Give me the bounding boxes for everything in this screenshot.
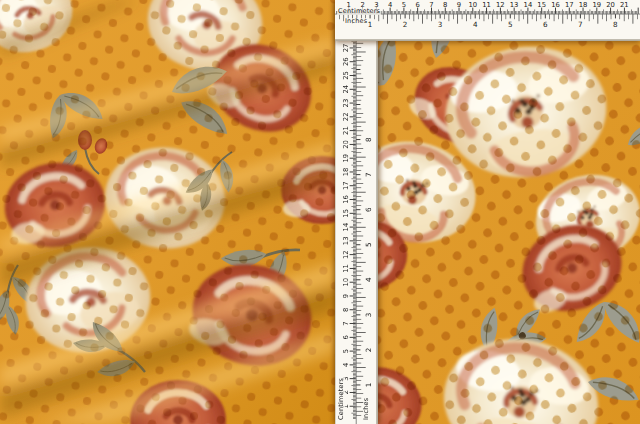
v-ruler-inch-number: 2	[364, 348, 373, 353]
vertical-ruler: Centimeters Inches 123456789101112131415…	[335, 0, 378, 424]
v-ruler-inch-number: 4	[364, 277, 373, 282]
v-ruler-inch-number: 7	[364, 172, 373, 177]
h-ruler-inch-number: 1	[368, 20, 373, 29]
v-ruler-cm-number: 13	[342, 237, 350, 246]
v-ruler-cm-number: 25	[342, 71, 350, 80]
v-ruler-inch-number: 3	[364, 313, 373, 318]
v-ruler-inch-number: 1	[364, 383, 373, 388]
h-ruler-inch-number: 8	[613, 20, 618, 29]
v-ruler-inch-number: 6	[364, 207, 373, 212]
v-ruler-cm-number: 20	[342, 140, 350, 149]
fabric-photo-flat	[336, 0, 640, 424]
horizontal-ruler-inches-label: Inches	[344, 18, 368, 25]
v-ruler-cm-number: 23	[342, 99, 350, 108]
v-ruler-cm-number: 9	[342, 294, 350, 298]
h-ruler-cm-number: 21	[620, 1, 629, 9]
v-ruler-cm-number: 15	[342, 209, 350, 218]
h-ruler-cm-number: 13	[510, 1, 519, 9]
draped-fabric-art	[0, 0, 336, 424]
h-ruler-cm-number: 9	[457, 1, 461, 9]
horizontal-ruler: Centimeters Inches 123456789101112131415…	[335, 0, 640, 41]
h-ruler-inch-number: 7	[578, 20, 583, 29]
h-ruler-cm-number: 19	[592, 1, 601, 9]
v-ruler-cm-number: 14	[342, 223, 350, 232]
horizontal-ruler-centimeters-label: Centimeters	[337, 8, 381, 15]
v-ruler-cm-number: 26	[342, 57, 350, 66]
vertical-ruler-scale: 1234567891011121314151617181920212223242…	[335, 0, 378, 424]
v-ruler-cm-number: 24	[342, 85, 350, 94]
v-ruler-cm-number: 21	[342, 126, 350, 135]
v-ruler-cm-number: 19	[342, 154, 350, 163]
v-ruler-cm-number: 22	[342, 113, 350, 122]
h-ruler-cm-number: 20	[606, 1, 615, 9]
h-ruler-inch-number: 4	[473, 20, 478, 29]
v-ruler-cm-number: 10	[342, 278, 350, 287]
v-ruler-cm-number: 4	[342, 363, 350, 367]
h-ruler-cm-number: 5	[402, 1, 406, 9]
v-ruler-inch-number: 5	[364, 242, 373, 247]
v-ruler-cm-number: 8	[342, 308, 350, 312]
v-ruler-cm-number: 7	[342, 321, 350, 325]
h-ruler-inch-number: 3	[438, 20, 443, 29]
v-ruler-cm-number: 16	[342, 195, 350, 204]
h-ruler-cm-number: 15	[537, 1, 546, 9]
v-ruler-inch-number: 8	[364, 137, 373, 142]
v-ruler-cm-number: 6	[342, 335, 350, 339]
v-ruler-cm-number: 17	[342, 181, 350, 190]
h-ruler-inch-number: 5	[508, 20, 513, 29]
h-ruler-inch-number: 2	[403, 20, 408, 29]
v-ruler-cm-number: 27	[342, 44, 350, 53]
h-ruler-cm-number: 7	[429, 1, 433, 9]
h-ruler-inch-number: 6	[543, 20, 548, 29]
v-ruler-cm-number: 5	[342, 349, 350, 353]
h-ruler-cm-number: 6	[416, 1, 420, 9]
fabric-photo-draped	[0, 0, 336, 424]
h-ruler-cm-number: 18	[579, 1, 588, 9]
fabric-listing-photo: Centimeters Inches 123456789101112131415…	[0, 0, 640, 424]
h-ruler-cm-number: 10	[468, 1, 477, 9]
v-ruler-cm-number: 12	[342, 250, 350, 259]
h-ruler-cm-number: 17	[565, 1, 574, 9]
h-ruler-cm-number: 16	[551, 1, 560, 9]
h-ruler-cm-number: 8	[443, 1, 447, 9]
horizontal-ruler-scale: 1234567891011121314151617181920211234567…	[335, 0, 640, 41]
v-ruler-cm-number: 18	[342, 168, 350, 177]
v-ruler-cm-number: 11	[342, 264, 350, 273]
h-ruler-cm-number: 14	[524, 1, 533, 9]
h-ruler-cm-number: 11	[482, 1, 491, 9]
vertical-ruler-centimeters-label: Centimeters	[338, 377, 345, 421]
flat-fabric-art	[336, 0, 640, 424]
vertical-ruler-inches-label: Inches	[363, 397, 370, 421]
h-ruler-cm-number: 4	[388, 1, 392, 9]
h-ruler-cm-number: 12	[496, 1, 505, 9]
